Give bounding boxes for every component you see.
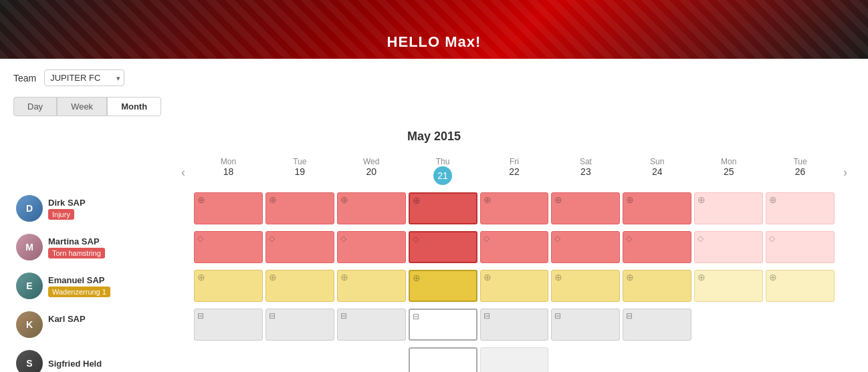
player-0-cell-1[interactable]: ⊕ <box>265 192 334 224</box>
player-info: EEmanuel SAPWadenzerrung 1 <box>13 268 174 304</box>
plus-icon: ⊕ <box>197 195 205 204</box>
team-select-wrapper[interactable]: JUPITER FC Team B Team C <box>44 69 124 86</box>
player-2-cell-6[interactable]: ⊕ <box>623 270 691 302</box>
col-header-22: Fri22 <box>479 154 550 190</box>
player-1-cell-0[interactable]: ◇ <box>194 231 263 263</box>
player-text: Dirk SAPInjury <box>48 198 86 220</box>
player-0-cell-4[interactable]: ⊕ <box>480 192 549 224</box>
calendar-title: May 2015 <box>13 130 855 144</box>
player-status: Wadenzerrung 1 <box>48 287 110 297</box>
player-2-cell-0[interactable]: ⊕ <box>194 270 263 302</box>
player-0-cell-7[interactable]: ⊕ <box>694 192 763 224</box>
player-status: Headache <box>48 325 90 336</box>
player-text: Emanuel SAPWadenzerrung 1 <box>48 275 110 297</box>
player-2-cell-5[interactable]: ⊕ <box>551 270 620 302</box>
plus-icon: ⊕ <box>554 272 562 282</box>
player-3-cell-5[interactable]: ⊟ <box>551 309 620 341</box>
player-0-cell-3[interactable]: ⊕ <box>409 192 477 224</box>
player-3-cell-7[interactable] <box>694 309 763 341</box>
player-2-cell-2[interactable]: ⊕ <box>337 270 406 302</box>
nav-spacer <box>174 307 193 343</box>
player-0-cell-2[interactable]: ⊕ <box>337 192 406 224</box>
header-spacer <box>13 154 174 190</box>
bed-icon: ⊟ <box>269 311 276 321</box>
plus-icon: ⊕ <box>413 273 421 283</box>
plus-icon: ⊕ <box>626 272 634 282</box>
plus-icon: ⊕ <box>697 195 706 204</box>
plus-icon: ⊕ <box>697 272 706 282</box>
end-nav-spacer <box>836 229 855 265</box>
next-nav-button[interactable]: › <box>836 163 855 182</box>
player-4-cell-7[interactable] <box>694 347 763 372</box>
player-name: Sigfried Held <box>48 359 102 369</box>
col-header-20: Wed20 <box>336 154 407 190</box>
player-status: Torn hamstring <box>48 248 105 258</box>
player-3-cell-8[interactable] <box>766 309 835 341</box>
player-1-cell-7[interactable]: ◇ <box>694 231 763 263</box>
end-nav-spacer <box>836 345 855 372</box>
player-2-cell-3[interactable]: ⊕ <box>409 270 477 302</box>
player-1-cell-1[interactable]: ◇ <box>265 231 334 263</box>
prev-nav-button[interactable]: ‹ <box>174 163 193 182</box>
player-4-cell-5[interactable] <box>551 347 620 372</box>
diamond-icon: ◇ <box>769 234 775 243</box>
player-0-cell-0[interactable]: ⊕ <box>194 192 263 224</box>
col-header-21: Thu21 <box>407 154 479 190</box>
player-1-cell-6[interactable]: ◇ <box>623 231 691 263</box>
player-1-cell-2[interactable]: ◇ <box>337 231 406 263</box>
player-0-cell-8[interactable]: ⊕ <box>766 192 835 224</box>
player-text: Sigfried Held <box>48 359 102 369</box>
player-row-0: DDirk SAPInjury⊕⊕⊕⊕⊕⊕⊕⊕⊕ <box>13 190 855 226</box>
calendar-header: ‹ Mon18Tue19Wed20Thu21Fri22Sat23Sun24Mon… <box>13 154 855 190</box>
header-banner: HELLO Max! <box>0 0 868 59</box>
nav-spacer <box>174 190 193 226</box>
player-name: Dirk SAP <box>48 198 86 208</box>
player-3-cell-6[interactable]: ⊟ <box>623 309 691 341</box>
plus-icon: ⊕ <box>626 195 634 204</box>
bed-icon: ⊟ <box>340 311 347 321</box>
player-0-cell-5[interactable]: ⊕ <box>551 192 620 224</box>
team-selector-row: Team JUPITER FC Team B Team C <box>13 69 855 86</box>
end-nav-spacer <box>836 268 855 304</box>
player-1-cell-4[interactable]: ◇ <box>480 231 549 263</box>
player-2-cell-7[interactable]: ⊕ <box>694 270 763 302</box>
tab-day[interactable]: Day <box>13 97 57 116</box>
col-header-26: Tue26 <box>764 154 836 190</box>
player-3-cell-1[interactable]: ⊟ <box>265 309 334 341</box>
player-3-cell-2[interactable]: ⊟ <box>337 309 406 341</box>
player-row-4: SSigfried Held <box>13 345 855 372</box>
player-3-cell-3[interactable]: ⊟ <box>409 309 477 341</box>
bed-icon: ⊟ <box>413 312 419 321</box>
player-1-cell-8[interactable]: ◇ <box>766 231 835 263</box>
plus-icon: ⊕ <box>197 272 205 282</box>
player-rows: DDirk SAPInjury⊕⊕⊕⊕⊕⊕⊕⊕⊕MMartina SAPTorn… <box>13 190 855 372</box>
player-1-cell-5[interactable]: ◇ <box>551 231 620 263</box>
avatar: D <box>16 195 43 222</box>
player-4-cell-0[interactable] <box>194 347 263 372</box>
player-1-cell-3[interactable]: ◇ <box>409 231 477 263</box>
player-4-cell-2[interactable] <box>337 347 406 372</box>
bed-icon: ⊟ <box>483 311 490 321</box>
player-4-cell-6[interactable] <box>623 347 691 372</box>
avatar: M <box>16 234 43 260</box>
diamond-icon: ◇ <box>554 234 560 243</box>
nav-spacer <box>174 268 193 304</box>
player-2-cell-8[interactable]: ⊕ <box>766 270 835 302</box>
col-header-18: Mon18 <box>193 154 264 190</box>
end-nav-spacer <box>836 190 855 226</box>
player-4-cell-3[interactable] <box>409 347 477 372</box>
player-4-cell-8[interactable] <box>766 347 835 372</box>
tab-week[interactable]: Week <box>57 97 107 116</box>
team-select[interactable]: JUPITER FC Team B Team C <box>44 69 124 86</box>
tab-month[interactable]: Month <box>107 97 161 116</box>
player-3-cell-4[interactable]: ⊟ <box>480 309 549 341</box>
player-0-cell-6[interactable]: ⊕ <box>623 192 691 224</box>
player-text: Martina SAPTorn hamstring <box>48 236 105 258</box>
player-2-cell-4[interactable]: ⊕ <box>480 270 549 302</box>
bed-icon: ⊟ <box>626 311 633 321</box>
player-4-cell-4[interactable] <box>480 347 549 372</box>
player-3-cell-0[interactable]: ⊟ <box>194 309 263 341</box>
player-2-cell-1[interactable]: ⊕ <box>265 270 334 302</box>
player-4-cell-1[interactable] <box>265 347 334 372</box>
player-row-1: MMartina SAPTorn hamstring◇◇◇◇◇◇◇◇◇ <box>13 229 855 265</box>
